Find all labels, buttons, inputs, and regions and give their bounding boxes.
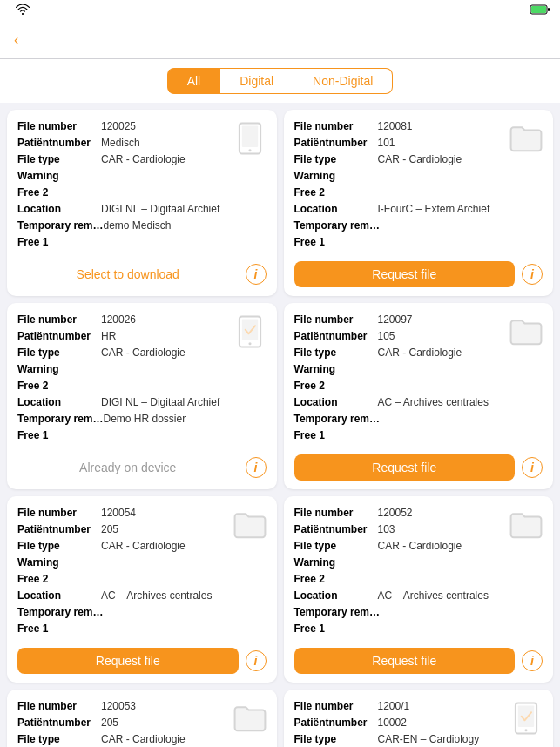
svg-point-10 bbox=[524, 729, 527, 731]
card-content: File number 120054 Patiëntnumber 205 Fil… bbox=[17, 505, 267, 637]
nav-bar: ‹ bbox=[0, 21, 560, 59]
info-row: File number 120081 bbox=[294, 118, 503, 134]
info-row: Temporary rem… Demo HR dossier bbox=[17, 411, 226, 427]
info-label: File number bbox=[17, 118, 101, 134]
info-label: File number bbox=[17, 505, 101, 521]
info-row: File number 120053 bbox=[17, 698, 226, 714]
info-label: Temporary rem… bbox=[17, 411, 103, 427]
card-content: File number 120052 Patiëntnumber 103 Fil… bbox=[294, 505, 543, 637]
info-label: File type bbox=[294, 538, 378, 554]
info-label: Location bbox=[294, 588, 378, 603]
info-label: Warning bbox=[294, 361, 378, 377]
info-label: Patiëntnumber bbox=[17, 328, 101, 344]
info-label: Patiëntnumber bbox=[17, 715, 101, 730]
status-left bbox=[10, 3, 30, 17]
card-icon bbox=[509, 118, 543, 251]
info-row: Warning bbox=[17, 168, 226, 184]
info-row: Temporary rem… bbox=[17, 604, 226, 620]
info-button[interactable]: i bbox=[246, 264, 267, 285]
svg-rect-11 bbox=[518, 706, 534, 727]
card-info: File number 1200/1 Patiëntnumber 10002 F… bbox=[294, 698, 503, 747]
svg-point-4 bbox=[248, 149, 251, 151]
info-label: Temporary rem… bbox=[294, 604, 380, 620]
info-row: File type CAR - Cardiologie bbox=[17, 731, 226, 747]
info-button[interactable]: i bbox=[522, 457, 543, 478]
info-row: File number 120054 bbox=[17, 505, 226, 521]
card-footer: Request file i bbox=[17, 644, 267, 674]
back-button[interactable]: ‹ bbox=[14, 32, 22, 48]
filter-all[interactable]: All bbox=[167, 68, 220, 94]
info-value: Medisch bbox=[101, 135, 140, 151]
info-row: File type CAR - Cardiologie bbox=[294, 538, 503, 554]
card-icon bbox=[509, 505, 543, 637]
filter-non-digital[interactable]: Non-Digital bbox=[293, 68, 393, 94]
card-footer: Request file i bbox=[294, 258, 543, 287]
info-row: Location DIGI NL – Digitaal Archief bbox=[17, 201, 226, 217]
info-button[interactable]: i bbox=[522, 650, 543, 671]
info-row: File type CAR - Cardiologie bbox=[17, 151, 226, 167]
info-row: Temporary rem… bbox=[294, 218, 503, 233]
info-label: Temporary rem… bbox=[294, 218, 380, 233]
filter-bar: All Digital Non-Digital bbox=[0, 59, 560, 103]
request-file-button[interactable]: Request file bbox=[294, 454, 516, 481]
info-row: Location AC – Archives centrales bbox=[17, 588, 226, 603]
card-icon bbox=[233, 312, 267, 444]
info-label: Location bbox=[294, 201, 378, 217]
info-row: Location DIGI NL – Digitaal Archief bbox=[17, 394, 226, 410]
info-label: File type bbox=[294, 345, 378, 360]
info-value: 205 bbox=[101, 522, 118, 537]
card-info: File number 120053 Patiëntnumber 205 Fil… bbox=[17, 698, 226, 747]
info-value: DIGI NL – Digitaal Archief bbox=[101, 394, 219, 410]
info-label: Warning bbox=[294, 168, 378, 184]
info-value: 1200/1 bbox=[378, 698, 410, 714]
card-info: File number 120025 Patiëntnumber Medisch… bbox=[17, 118, 226, 251]
info-button[interactable]: i bbox=[246, 457, 267, 478]
chevron-left-icon: ‹ bbox=[14, 32, 18, 48]
card-footer: Request file i bbox=[294, 451, 543, 481]
card-content: File number 120097 Patiëntnumber 105 Fil… bbox=[294, 312, 543, 444]
card-footer: Already on device i bbox=[17, 451, 267, 481]
info-label: Free 2 bbox=[294, 571, 378, 587]
filter-digital[interactable]: Digital bbox=[219, 68, 293, 94]
info-row: Location AC – Archives centrales bbox=[294, 394, 503, 410]
info-label: Location bbox=[294, 394, 378, 410]
request-file-button[interactable]: Request file bbox=[17, 648, 239, 674]
info-button[interactable]: i bbox=[522, 264, 543, 285]
info-label: Patiëntnumber bbox=[294, 135, 378, 151]
info-value: CAR - Cardiologie bbox=[378, 151, 462, 167]
info-row: Patiëntnumber 103 bbox=[294, 522, 503, 537]
info-label: File number bbox=[17, 312, 101, 327]
info-row: File type CAR - Cardiologie bbox=[294, 151, 503, 167]
info-value: 120053 bbox=[101, 698, 136, 714]
info-label: Free 1 bbox=[294, 621, 378, 636]
info-label: Location bbox=[17, 201, 101, 217]
info-row: Free 1 bbox=[17, 427, 226, 443]
info-label: Free 1 bbox=[17, 234, 101, 250]
info-row: Free 1 bbox=[294, 621, 503, 636]
info-label: File number bbox=[294, 312, 378, 327]
info-value: 120026 bbox=[101, 312, 136, 327]
file-card: File number 120026 Patiëntnumber HR File… bbox=[7, 303, 277, 489]
info-row: Free 2 bbox=[17, 571, 226, 587]
info-value: CAR - Cardiologie bbox=[101, 151, 186, 167]
card-footer: Request file i bbox=[294, 644, 543, 674]
card-info: File number 120054 Patiëntnumber 205 Fil… bbox=[17, 505, 226, 637]
info-row: Location I-FourC – Extern Archief bbox=[294, 201, 503, 217]
info-label: Free 1 bbox=[17, 621, 101, 636]
card-icon bbox=[233, 118, 267, 251]
info-label: Warning bbox=[17, 361, 101, 377]
select-download-button[interactable]: Select to download bbox=[17, 261, 239, 287]
file-card: File number 120052 Patiëntnumber 103 Fil… bbox=[284, 496, 554, 683]
status-right bbox=[527, 3, 550, 17]
info-value: AC – Archives centrales bbox=[378, 588, 489, 603]
info-button[interactable]: i bbox=[246, 650, 267, 671]
info-label: Temporary rem… bbox=[294, 411, 380, 427]
info-value: CAR-EN – Cardiology bbox=[378, 731, 480, 747]
info-row: Warning bbox=[17, 361, 226, 377]
info-row: Warning bbox=[294, 361, 503, 377]
request-file-button[interactable]: Request file bbox=[294, 648, 516, 674]
info-row: Patiëntnumber 105 bbox=[294, 328, 503, 344]
request-file-button[interactable]: Request file bbox=[294, 261, 516, 287]
info-label: Free 2 bbox=[294, 378, 378, 394]
svg-rect-2 bbox=[548, 8, 550, 11]
